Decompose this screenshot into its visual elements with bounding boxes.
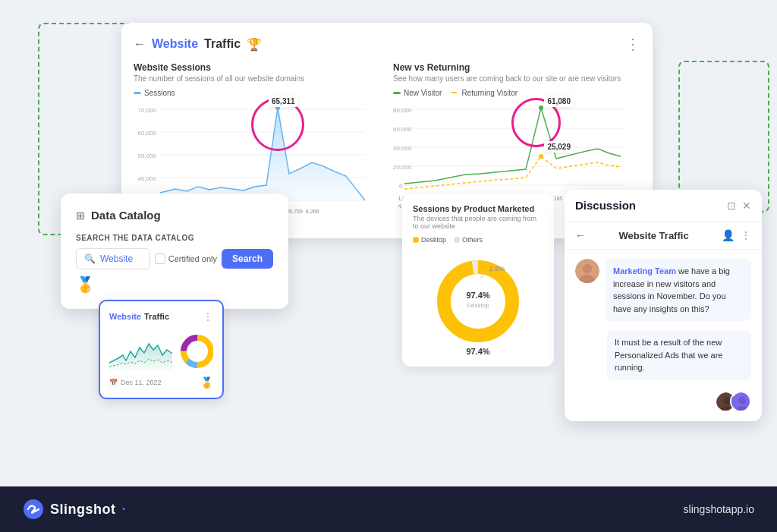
person-icon[interactable]: 👤 — [722, 229, 735, 241]
search-input-wrapper[interactable]: 🔍 Website — [76, 248, 150, 269]
message-item-2: It must be a result of the new Personali… — [575, 330, 751, 412]
nvr-second-value: 25,029 — [544, 141, 574, 153]
calendar-icon: 📅 — [109, 379, 118, 386]
avatar-1 — [575, 259, 599, 283]
sessions-legend-item: Sessions — [134, 89, 175, 97]
certified-label: Certified only — [168, 254, 217, 263]
nvr-peak-value: 61,080 — [544, 96, 574, 107]
small-medal-icon: 🥇 — [200, 376, 213, 389]
catalog-grid-icon: ⊞ — [76, 209, 85, 222]
sessions-others-legend: Others — [454, 236, 483, 244]
slingshot-logo-icon — [23, 499, 44, 520]
donut-container: 97.4% Desktop 2.6% — [413, 250, 543, 353]
svg-text:80,000: 80,000 — [393, 107, 412, 114]
avatar-svg-1 — [575, 259, 599, 283]
catalog-title: Data Catalog — [91, 209, 161, 222]
svg-text:2.6%: 2.6% — [489, 265, 505, 272]
sessions-title: Sessions by Product Marketed — [413, 204, 543, 213]
nvr-legend: New Visitor Returning Visitor — [393, 89, 640, 97]
message-sender-1: Marketing Team — [613, 266, 676, 275]
avatars-group — [715, 391, 751, 412]
disc-subtitle: Website Traffic — [618, 230, 688, 241]
svg-text:Desktop: Desktop — [467, 302, 489, 309]
small-chart-area — [109, 329, 213, 370]
sessions-desktop-legend: Desktop — [413, 236, 446, 244]
sessions-chart-subtitle: The number of sessions of all our websit… — [134, 74, 381, 83]
medal-icon: 🥇 — [76, 275, 273, 294]
svg-text:50,000: 50,000 — [138, 153, 157, 159]
catalog-header: ⊞ Data Catalog — [76, 209, 273, 222]
discussion-title: Discussion — [575, 199, 636, 212]
message-bubble-2: It must be a result of the new Personali… — [607, 330, 751, 380]
svg-point-63 — [24, 499, 43, 519]
sessions-legend: Desktop Others — [413, 236, 543, 244]
disc-back-button[interactable]: ← — [575, 229, 586, 241]
small-donut — [178, 332, 213, 370]
svg-point-45 — [444, 267, 512, 335]
disc-more-icon[interactable]: ⋮ — [741, 229, 751, 241]
sessions-subtitle: The devices that people are coming from … — [413, 215, 543, 230]
small-more-button[interactable]: ⋮ — [203, 310, 213, 323]
layout-icon[interactable]: ⊡ — [727, 200, 736, 212]
small-card-title-row: Website Traffic — [109, 312, 169, 321]
svg-point-61 — [738, 397, 746, 405]
donut-chart: 97.4% Desktop 2.6% — [433, 256, 524, 347]
svg-text:70,000: 70,000 — [138, 107, 157, 114]
avatar-3 — [730, 391, 751, 412]
bottom-bar: Slingshot · slingshotapp.io — [0, 486, 777, 532]
date-text: Dec 11, 2022 — [121, 379, 162, 386]
discussion-header-icons: ⊡ ✕ — [727, 200, 751, 212]
returning-visitor-color — [451, 92, 458, 94]
others-color — [454, 237, 460, 243]
svg-point-20 — [539, 105, 543, 110]
message-item-1: Marketing Team we have a big increase in… — [575, 259, 751, 321]
website-url: slingshotapp.io — [684, 503, 754, 515]
peak-value-label: 65,311 — [269, 96, 298, 107]
small-footer: 📅 Dec 11, 2022 🥇 — [109, 376, 213, 389]
small-card-traffic: Traffic — [144, 312, 169, 321]
nvr-chart-subtitle: See how many users are coming back to ou… — [393, 74, 640, 83]
search-button[interactable]: Search — [222, 249, 273, 269]
certified-check[interactable] — [155, 253, 165, 264]
title-traffic: Traffic — [204, 37, 241, 51]
sessions-legend-color — [134, 92, 141, 94]
more-menu-button[interactable]: ⋮ — [625, 35, 640, 53]
sessions-legend: Sessions — [134, 89, 381, 97]
svg-text:0: 0 — [399, 183, 403, 190]
logo-text: Slingshot — [50, 502, 116, 518]
data-catalog-panel: ⊞ Data Catalog SEARCH THE DATA CATALOG 🔍… — [61, 194, 288, 309]
title-website: Website — [152, 37, 198, 51]
close-icon[interactable]: ✕ — [742, 200, 751, 212]
svg-text:40,000: 40,000 — [138, 175, 157, 182]
small-card-website: Website — [109, 312, 141, 321]
catalog-search-label: SEARCH THE DATA CATALOG — [76, 234, 273, 242]
sessions-chart-title: Website Sessions — [134, 62, 381, 73]
dashboard-title-row: ← Website Traffic 🏆 — [134, 37, 262, 52]
slingshot-logo: Slingshot · — [23, 499, 126, 520]
new-visitor-color — [393, 92, 401, 94]
svg-text:20,000: 20,000 — [393, 164, 412, 171]
svg-point-55 — [583, 264, 592, 273]
discussion-subheader: ← Website Traffic 👤 ⋮ — [565, 222, 762, 250]
certified-checkbox[interactable]: Certified only — [155, 253, 217, 264]
nvr-legend-new: New Visitor — [393, 89, 442, 97]
others-label: Others — [462, 236, 483, 244]
logo-dot: · — [122, 502, 126, 518]
desktop-pct-label: 97.4% — [413, 347, 543, 356]
sessions-panel: Sessions by Product Marketed The devices… — [402, 194, 554, 367]
svg-point-21 — [539, 154, 543, 159]
search-icon: 🔍 — [84, 253, 96, 264]
back-button[interactable]: ← — [134, 37, 146, 51]
new-visitor-label: New Visitor — [404, 89, 442, 97]
returning-visitor-label: Returning Visitor — [461, 89, 517, 97]
svg-text:60,000: 60,000 — [393, 126, 412, 133]
svg-text:40,000: 40,000 — [393, 145, 412, 152]
svg-text:97.4%: 97.4% — [466, 291, 489, 300]
small-card-header: Website Traffic ⋮ — [109, 310, 213, 323]
small-card: Website Traffic ⋮ 📅 Dec 11, — [99, 300, 224, 399]
svg-text:60,000: 60,000 — [138, 130, 157, 137]
nvr-legend-returning: Returning Visitor — [451, 89, 517, 97]
trophy-icon: 🏆 — [247, 37, 262, 52]
search-row: 🔍 Website Certified only Search — [76, 248, 273, 269]
discussion-panel: Discussion ⊡ ✕ ← Website Traffic 👤 ⋮ M — [565, 190, 762, 421]
